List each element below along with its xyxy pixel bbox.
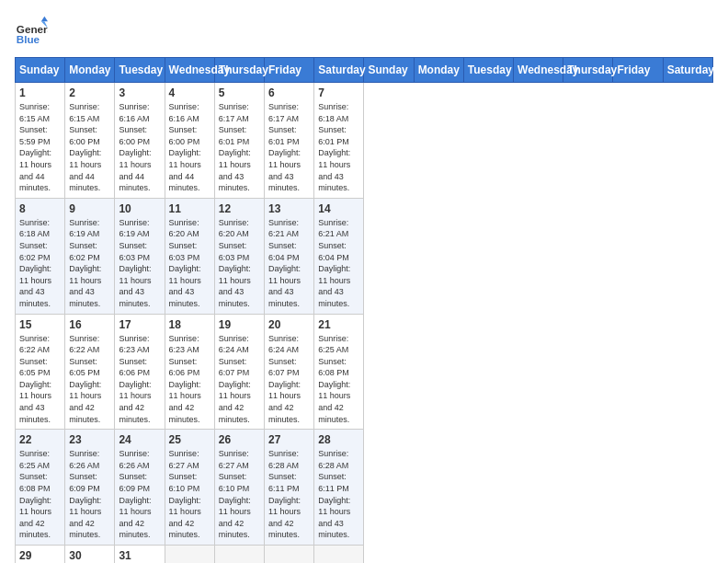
svg-text:Blue: Blue (17, 33, 40, 45)
calendar-cell: 17 Sunrise: 6:23 AM Sunset: 6:06 PM Dayl… (115, 314, 165, 430)
day-number: 8 (19, 202, 61, 215)
day-info: Sunrise: 6:22 AM Sunset: 6:05 PM Dayligh… (69, 333, 110, 426)
day-info: Sunrise: 6:27 AM Sunset: 6:10 PM Dayligh… (169, 448, 210, 541)
calendar-cell: 13 Sunrise: 6:21 AM Sunset: 6:04 PM Dayl… (265, 198, 314, 314)
day-number: 3 (119, 86, 160, 99)
day-info: Sunrise: 6:23 AM Sunset: 6:06 PM Dayligh… (119, 333, 160, 426)
calendar-cell: 26 Sunrise: 6:27 AM Sunset: 6:10 PM Dayl… (214, 430, 264, 546)
day-number: 23 (69, 433, 110, 446)
day-number: 10 (119, 202, 160, 215)
day-info: Sunrise: 6:28 AM Sunset: 6:11 PM Dayligh… (318, 448, 359, 541)
day-info: Sunrise: 6:19 AM Sunset: 6:03 PM Dayligh… (119, 217, 160, 310)
calendar-cell: 10 Sunrise: 6:19 AM Sunset: 6:03 PM Dayl… (115, 198, 165, 314)
day-header-friday: Friday (613, 58, 663, 83)
day-number: 12 (219, 202, 260, 215)
calendar-cell: 18 Sunrise: 6:23 AM Sunset: 6:06 PM Dayl… (165, 314, 214, 430)
day-number: 13 (268, 202, 310, 215)
day-header-saturday: Saturday (663, 58, 712, 83)
calendar-cell: 11 Sunrise: 6:20 AM Sunset: 6:03 PM Dayl… (165, 198, 214, 314)
day-header-thursday: Thursday (563, 58, 613, 83)
day-number: 7 (318, 86, 359, 99)
day-number: 6 (268, 86, 310, 99)
day-number: 15 (19, 318, 61, 331)
calendar-cell: 22 Sunrise: 6:25 AM Sunset: 6:08 PM Dayl… (16, 430, 65, 546)
day-info: Sunrise: 6:17 AM Sunset: 6:01 PM Dayligh… (268, 101, 310, 194)
calendar-cell: 30 Sunrise: 6:29 AM Sunset: 6:12 PM Dayl… (65, 546, 115, 564)
day-number: 14 (318, 202, 359, 215)
day-number: 20 (268, 318, 310, 331)
page-header: General Blue (15, 15, 713, 48)
day-number: 16 (69, 318, 110, 331)
calendar-cell: 12 Sunrise: 6:20 AM Sunset: 6:03 PM Dayl… (214, 198, 264, 314)
day-info: Sunrise: 6:16 AM Sunset: 6:00 PM Dayligh… (119, 101, 160, 194)
calendar-cell: 25 Sunrise: 6:27 AM Sunset: 6:10 PM Dayl… (165, 430, 214, 546)
day-info: Sunrise: 6:21 AM Sunset: 6:04 PM Dayligh… (268, 217, 310, 310)
calendar-cell: 6 Sunrise: 6:17 AM Sunset: 6:01 PM Dayli… (265, 83, 314, 199)
calendar-cell: 2 Sunrise: 6:15 AM Sunset: 6:00 PM Dayli… (65, 83, 115, 199)
day-number: 29 (19, 549, 61, 562)
day-number: 25 (169, 433, 210, 446)
calendar-cell (165, 546, 214, 564)
day-info: Sunrise: 6:21 AM Sunset: 6:04 PM Dayligh… (318, 217, 359, 310)
calendar-cell: 14 Sunrise: 6:21 AM Sunset: 6:04 PM Dayl… (314, 198, 364, 314)
day-number: 18 (169, 318, 210, 331)
calendar-cell: 5 Sunrise: 6:17 AM Sunset: 6:01 PM Dayli… (214, 83, 264, 199)
logo-icon: General Blue (15, 15, 48, 48)
day-header-tuesday: Tuesday (463, 58, 513, 83)
calendar-cell (265, 546, 314, 564)
calendar-cell: 8 Sunrise: 6:18 AM Sunset: 6:02 PM Dayli… (16, 198, 65, 314)
calendar-cell: 7 Sunrise: 6:18 AM Sunset: 6:01 PM Dayli… (314, 83, 364, 199)
day-info: Sunrise: 6:24 AM Sunset: 6:07 PM Dayligh… (219, 333, 260, 426)
calendar-header-row: SundayMondayTuesdayWednesdayThursdayFrid… (16, 58, 713, 83)
day-number: 31 (119, 549, 160, 562)
day-info: Sunrise: 6:17 AM Sunset: 6:01 PM Dayligh… (219, 101, 260, 194)
calendar-week-row: 22 Sunrise: 6:25 AM Sunset: 6:08 PM Dayl… (16, 430, 713, 546)
day-number: 1 (19, 86, 61, 99)
calendar-cell: 24 Sunrise: 6:26 AM Sunset: 6:09 PM Dayl… (115, 430, 165, 546)
day-info: Sunrise: 6:19 AM Sunset: 6:02 PM Dayligh… (69, 217, 110, 310)
day-number: 30 (69, 549, 110, 562)
day-info: Sunrise: 6:25 AM Sunset: 6:08 PM Dayligh… (318, 333, 359, 426)
day-info: Sunrise: 6:23 AM Sunset: 6:06 PM Dayligh… (169, 333, 210, 426)
day-header-monday: Monday (65, 58, 115, 83)
day-info: Sunrise: 6:18 AM Sunset: 6:01 PM Dayligh… (318, 101, 359, 194)
calendar-cell: 23 Sunrise: 6:26 AM Sunset: 6:09 PM Dayl… (65, 430, 115, 546)
day-header-thursday: Thursday (214, 58, 264, 83)
day-number: 11 (169, 202, 210, 215)
day-number: 28 (318, 433, 359, 446)
calendar-cell: 20 Sunrise: 6:24 AM Sunset: 6:07 PM Dayl… (265, 314, 314, 430)
calendar-cell: 15 Sunrise: 6:22 AM Sunset: 6:05 PM Dayl… (16, 314, 65, 430)
calendar-table: SundayMondayTuesdayWednesdayThursdayFrid… (15, 57, 713, 563)
calendar-week-row: 15 Sunrise: 6:22 AM Sunset: 6:05 PM Dayl… (16, 314, 713, 430)
day-number: 5 (219, 86, 260, 99)
calendar-cell: 21 Sunrise: 6:25 AM Sunset: 6:08 PM Dayl… (314, 314, 364, 430)
calendar-cell (314, 546, 364, 564)
day-header-sunday: Sunday (364, 58, 414, 83)
day-info: Sunrise: 6:22 AM Sunset: 6:05 PM Dayligh… (19, 333, 61, 426)
day-info: Sunrise: 6:25 AM Sunset: 6:08 PM Dayligh… (19, 448, 61, 541)
day-header-friday: Friday (265, 58, 314, 83)
svg-marker-2 (41, 17, 48, 21)
day-number: 4 (169, 86, 210, 99)
day-number: 21 (318, 318, 359, 331)
day-info: Sunrise: 6:26 AM Sunset: 6:09 PM Dayligh… (119, 448, 160, 541)
day-info: Sunrise: 6:15 AM Sunset: 6:00 PM Dayligh… (69, 101, 110, 194)
day-header-wednesday: Wednesday (165, 58, 214, 83)
day-number: 9 (69, 202, 110, 215)
calendar-cell: 27 Sunrise: 6:28 AM Sunset: 6:11 PM Dayl… (265, 430, 314, 546)
day-info: Sunrise: 6:18 AM Sunset: 6:02 PM Dayligh… (19, 217, 61, 310)
day-number: 2 (69, 86, 110, 99)
day-info: Sunrise: 6:16 AM Sunset: 6:00 PM Dayligh… (169, 101, 210, 194)
calendar-cell: 19 Sunrise: 6:24 AM Sunset: 6:07 PM Dayl… (214, 314, 264, 430)
day-header-wednesday: Wednesday (514, 58, 563, 83)
day-number: 27 (268, 433, 310, 446)
calendar-cell: 3 Sunrise: 6:16 AM Sunset: 6:00 PM Dayli… (115, 83, 165, 199)
day-header-sunday: Sunday (16, 58, 65, 83)
day-number: 24 (119, 433, 160, 446)
day-header-saturday: Saturday (314, 58, 364, 83)
calendar-week-row: 1 Sunrise: 6:15 AM Sunset: 5:59 PM Dayli… (16, 83, 713, 199)
calendar-cell: 9 Sunrise: 6:19 AM Sunset: 6:02 PM Dayli… (65, 198, 115, 314)
day-info: Sunrise: 6:20 AM Sunset: 6:03 PM Dayligh… (169, 217, 210, 310)
day-header-monday: Monday (414, 58, 463, 83)
day-info: Sunrise: 6:26 AM Sunset: 6:09 PM Dayligh… (69, 448, 110, 541)
